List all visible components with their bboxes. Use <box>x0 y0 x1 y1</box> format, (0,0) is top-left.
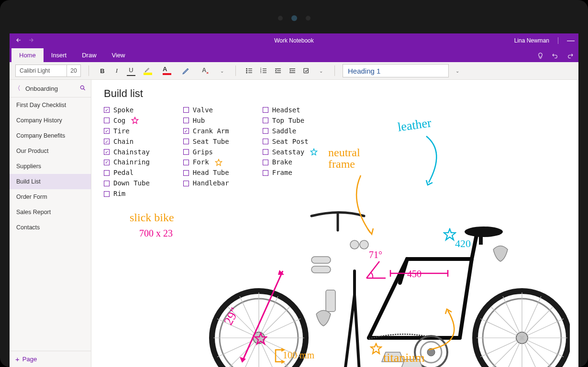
checkbox-icon[interactable] <box>104 170 110 176</box>
style-select[interactable]: Heading 1 <box>343 64 449 77</box>
todo-button[interactable] <box>301 64 312 77</box>
checklist-item[interactable]: Chain <box>104 137 150 146</box>
nav-forward-icon[interactable] <box>28 37 34 45</box>
checklist-item[interactable]: Seat Post <box>263 137 318 146</box>
checkbox-icon[interactable] <box>104 128 110 134</box>
underline-button[interactable]: U <box>125 64 137 77</box>
checklist-item[interactable]: Brake <box>263 158 318 167</box>
checkbox-icon[interactable] <box>104 149 110 155</box>
checkbox-icon[interactable] <box>263 149 268 155</box>
checklist[interactable]: SpokeCogTireChainChainstayChainringPedal… <box>104 106 318 198</box>
checklist-item[interactable]: Saddle <box>263 127 318 136</box>
checklist-item[interactable]: Rim <box>104 189 150 198</box>
sidebar-page-item[interactable]: Build List <box>10 174 91 189</box>
nav-back-icon[interactable] <box>15 37 22 45</box>
checkbox-icon[interactable] <box>183 128 189 134</box>
checkbox-icon[interactable] <box>263 118 268 123</box>
checkbox-icon[interactable] <box>183 118 189 123</box>
checklist-item[interactable]: Seat Tube <box>183 137 229 146</box>
tab-draw[interactable]: Draw <box>74 48 104 62</box>
minimize-button[interactable]: — <box>567 37 575 44</box>
checkbox-icon[interactable] <box>263 139 268 144</box>
bullets-button[interactable] <box>244 64 255 77</box>
checklist-item[interactable]: Seatstay <box>263 148 318 157</box>
svg-line-38 <box>240 296 259 338</box>
checklist-item[interactable]: Headset <box>263 106 318 115</box>
username-label[interactable]: Lina Newman <box>514 37 549 44</box>
annotation-leather: leather <box>397 116 432 135</box>
sidebar-page-item[interactable]: Contacts <box>10 220 91 235</box>
highlight-button[interactable] <box>140 64 156 77</box>
font-name-select[interactable]: Calibri Light <box>16 65 67 76</box>
sidebar-page-item[interactable]: Suppliers <box>10 159 91 174</box>
tab-insert[interactable]: Insert <box>44 48 75 62</box>
redo-icon[interactable] <box>566 52 574 59</box>
checkbox-icon[interactable] <box>104 160 110 165</box>
search-icon[interactable] <box>79 85 86 93</box>
checklist-item[interactable]: Handlebar <box>183 179 229 188</box>
checkbox-icon[interactable] <box>183 181 189 186</box>
checklist-item[interactable]: Down Tube <box>104 179 150 188</box>
bold-button[interactable]: B <box>97 64 108 77</box>
add-page-label: Page <box>22 356 37 363</box>
font-picker[interactable]: Calibri Light 20 <box>15 65 81 77</box>
font-color-button[interactable]: A <box>159 64 175 77</box>
checklist-item[interactable]: Grips <box>183 148 229 157</box>
sidebar-page-item[interactable]: Sales Report <box>10 205 91 220</box>
checklist-item[interactable]: Chainstay <box>104 148 150 157</box>
checkbox-icon[interactable] <box>104 181 110 186</box>
checklist-item[interactable]: Valve <box>183 106 229 115</box>
tab-view[interactable]: View <box>104 48 133 62</box>
checklist-item-label: Cog <box>113 116 125 125</box>
outdent-button[interactable] <box>272 64 284 77</box>
style-dropdown[interactable]: ⌄ <box>452 64 463 77</box>
checklist-item[interactable]: Crank Arm <box>183 127 229 136</box>
checklist-item[interactable]: Chainring <box>104 158 150 167</box>
checkbox-icon[interactable] <box>183 149 189 155</box>
section-name[interactable]: Onboarding <box>25 85 75 92</box>
checklist-item[interactable]: Head Tube <box>183 168 229 177</box>
checklist-item[interactable]: Hub <box>183 116 229 125</box>
checklist-item[interactable]: Pedal <box>104 168 150 177</box>
font-size-select[interactable]: 20 <box>67 65 80 76</box>
checkbox-icon[interactable] <box>263 170 268 176</box>
undo-icon[interactable] <box>552 52 559 59</box>
page-title[interactable]: Build list <box>104 87 143 100</box>
pen-color-button[interactable] <box>178 64 194 77</box>
checkbox-icon[interactable] <box>104 139 110 144</box>
indent-button[interactable] <box>287 64 298 77</box>
italic-button[interactable]: I <box>111 64 122 77</box>
checkbox-icon[interactable] <box>104 118 110 123</box>
lightbulb-icon[interactable] <box>537 52 544 59</box>
sidebar-page-item[interactable]: Order Form <box>10 189 91 205</box>
checkbox-icon[interactable] <box>104 107 110 113</box>
checkbox-icon[interactable] <box>183 170 189 176</box>
checklist-item[interactable]: Frame <box>263 168 318 177</box>
clear-formatting-button[interactable]: A× <box>197 64 213 77</box>
checkbox-icon[interactable] <box>183 107 189 113</box>
checkbox-icon[interactable] <box>263 107 268 113</box>
checklist-item[interactable]: Tire <box>104 127 150 136</box>
checkbox-icon[interactable] <box>263 128 268 134</box>
add-page-button[interactable]: + Page <box>10 351 91 367</box>
checkbox-icon[interactable] <box>183 160 189 165</box>
sidebar-page-item[interactable]: Company Benefits <box>10 128 91 143</box>
sidebar-page-item[interactable]: Our Product <box>10 143 91 159</box>
checklist-item[interactable]: Top Tube <box>263 116 318 125</box>
sidebar-page-item[interactable]: First Day Checklist <box>10 97 91 113</box>
numbering-button[interactable]: 123 <box>258 64 269 77</box>
app-window: Work Notebook Lina Newman — Home Insert … <box>10 33 578 367</box>
page-canvas[interactable]: Build list SpokeCogTireChainChainstayCha… <box>91 80 578 367</box>
checklist-item[interactable]: Spoke <box>104 106 150 115</box>
checklist-item-label: Grips <box>193 148 213 157</box>
checkbox-icon[interactable] <box>183 139 189 144</box>
section-back-button[interactable]: 〈 <box>14 84 21 93</box>
checklist-item[interactable]: Fork <box>183 158 229 167</box>
sidebar-page-item[interactable]: Company History <box>10 113 91 128</box>
tab-home[interactable]: Home <box>11 48 44 62</box>
checkbox-icon[interactable] <box>263 160 268 165</box>
ribbon-more-2[interactable]: ⌄ <box>315 64 327 77</box>
checkbox-icon[interactable] <box>104 191 110 197</box>
ribbon-more-1[interactable]: ⌄ <box>216 64 228 77</box>
checklist-item[interactable]: Cog <box>104 116 150 125</box>
